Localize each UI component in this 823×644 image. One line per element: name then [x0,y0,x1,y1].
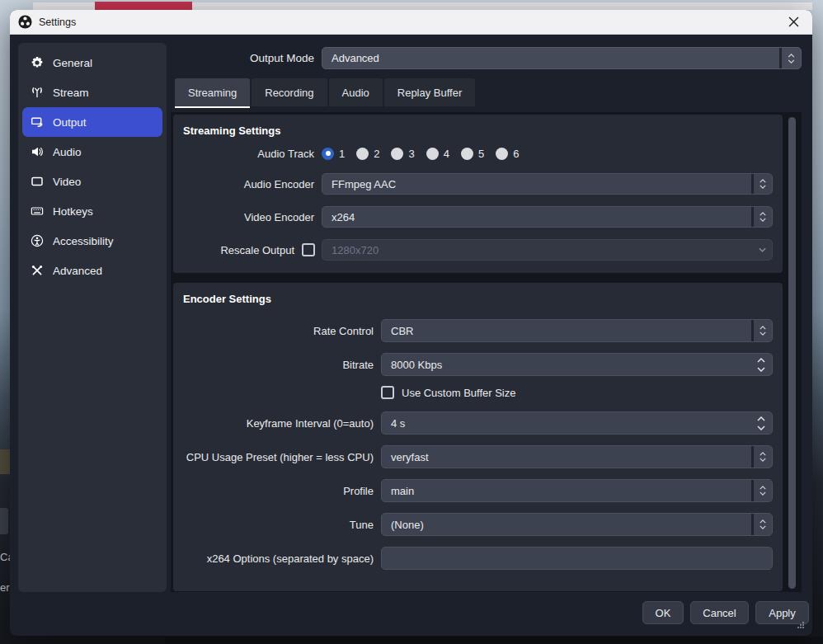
selected-value: CBR [382,325,751,337]
sidebar-item-general[interactable]: General [22,48,162,78]
tab-replay-buffer[interactable]: Replay Buffer [384,78,476,106]
sidebar-item-audio[interactable]: Audio [22,137,162,167]
rescale-resolution-select[interactable]: 1280x720 [322,239,773,261]
custom-buffer-checkbox[interactable] [381,386,394,399]
radio-dot [461,148,473,160]
radio-track-1[interactable]: 1 [322,148,345,160]
field-label: Tune [183,519,381,531]
combo-spinner-icon[interactable] [751,207,772,227]
rate-control-row: Rate Control CBR [183,319,773,342]
audio-track-row: Audio Track 1 2 3 4 5 6 [183,145,773,162]
window-title: Settings [39,16,76,28]
audio-track-radios: 1 2 3 4 5 6 [322,148,519,160]
field-label: Keyframe Interval (0=auto) [183,417,381,430]
sidebar-item-output[interactable]: Output [22,107,162,137]
field-label: Audio Encoder [183,178,322,190]
spinbox-value: 4 s [382,417,750,430]
gear-icon [31,56,44,69]
selected-value: x264 [322,211,751,223]
monitor-icon [31,175,44,188]
vertical-scrollbar[interactable] [788,117,796,589]
combo-spinner-icon[interactable] [751,174,772,194]
field-label: Profile [183,485,381,497]
checkbox-label: Use Custom Buffer Size [402,387,515,399]
profile-select[interactable]: main [381,479,773,502]
sidebar-item-label: Audio [53,146,82,158]
keyframe-interval-spinbox[interactable]: 4 s [381,411,773,435]
sidebar-item-label: Advanced [53,265,102,277]
radio-dot [496,148,508,160]
tab-streaming[interactable]: Streaming [175,78,250,106]
radio-track-3[interactable]: 3 [391,148,414,160]
x264-options-input[interactable] [382,548,772,569]
field-label: x264 Options (separated by space) [183,552,381,565]
spinbox-arrows-icon[interactable] [750,354,772,375]
radio-label: 5 [478,148,484,160]
sidebar-item-hotkeys[interactable]: Hotkeys [22,196,162,226]
selected-value: veryfast [382,451,751,463]
radio-label: 4 [444,148,449,160]
tab-recording[interactable]: Recording [252,78,327,106]
settings-window: Settings General Stream Output Audio Vid… [10,10,812,636]
output-mode-value: Advanced [322,52,779,64]
radio-dot [356,148,369,160]
radio-track-6[interactable]: 6 [496,148,519,160]
ok-button[interactable]: OK [642,601,684,624]
sidebar-item-label: Accessibility [53,235,114,247]
sidebar-item-stream[interactable]: Stream [22,78,162,107]
video-encoder-select[interactable]: x264 [322,206,773,228]
rescale-output-row: Rescale Output 1280x720 [183,239,773,261]
panel-heading: Streaming Settings [183,125,773,137]
sidebar-item-label: Video [53,176,81,188]
close-button[interactable] [783,12,804,32]
sidebar-item-accessibility[interactable]: Accessibility [22,226,162,256]
sidebar-item-label: Stream [53,87,89,99]
resize-grip-icon[interactable] [797,621,805,629]
antenna-icon [31,86,44,99]
radio-track-2[interactable]: 2 [356,148,379,160]
speaker-icon [31,145,44,158]
combo-spinner-icon[interactable] [751,446,772,468]
tools-icon [31,264,44,277]
radio-dot [391,148,403,160]
radio-dot [426,148,439,160]
close-icon [788,16,799,27]
background-button-fragment [0,508,8,534]
field-label: Rate Control [183,325,381,337]
audio-encoder-select[interactable]: FFmpeg AAC [322,173,773,195]
obs-logo-icon [18,15,32,29]
custom-buffer-checkbox-group[interactable]: Use Custom Buffer Size [381,386,515,399]
background-text-fragment: er [0,581,10,594]
encoder-settings-panel: Encoder Settings Rate Control CBR Bitrat… [173,283,783,591]
keyframe-interval-row: Keyframe Interval (0=auto) 4 s [183,411,773,435]
tune-select[interactable]: (None) [381,513,773,536]
cpu-preset-select[interactable]: veryfast [381,445,773,468]
accessibility-icon [31,234,44,247]
radio-label: 6 [513,148,519,160]
selected-value: FFmpeg AAC [322,178,751,190]
combo-spinner-icon[interactable] [751,514,772,535]
cpu-preset-row: CPU Usage Preset (higher = less CPU) ver… [183,445,773,468]
output-mode-select[interactable]: Advanced [322,47,802,69]
sidebar-item-video[interactable]: Video [22,167,162,196]
combo-spinner-icon[interactable] [751,320,772,341]
rescale-output-checkbox[interactable] [302,243,315,256]
bitrate-spinbox[interactable]: 8000 Kbps [381,353,773,376]
background-red-strip [95,2,192,10]
background-dark-bar [165,637,823,644]
radio-dot [322,148,334,160]
tab-audio[interactable]: Audio [329,78,383,106]
radio-track-5[interactable]: 5 [461,148,484,160]
combo-spinner-icon[interactable] [779,48,801,68]
tune-row: Tune (None) [183,513,773,536]
cancel-button[interactable]: Cancel [690,601,749,624]
rate-control-select[interactable]: CBR [381,319,773,342]
profile-row: Profile main [183,479,773,502]
combo-spinner-icon[interactable] [751,480,772,501]
spinbox-arrows-icon[interactable] [750,412,772,434]
selected-value: (None) [382,519,751,531]
settings-scroll-area: Streaming Settings Audio Track 1 2 3 4 5… [171,112,802,592]
field-label: Audio Track [183,148,322,160]
sidebar-item-advanced[interactable]: Advanced [22,256,162,285]
radio-track-4[interactable]: 4 [426,148,449,160]
